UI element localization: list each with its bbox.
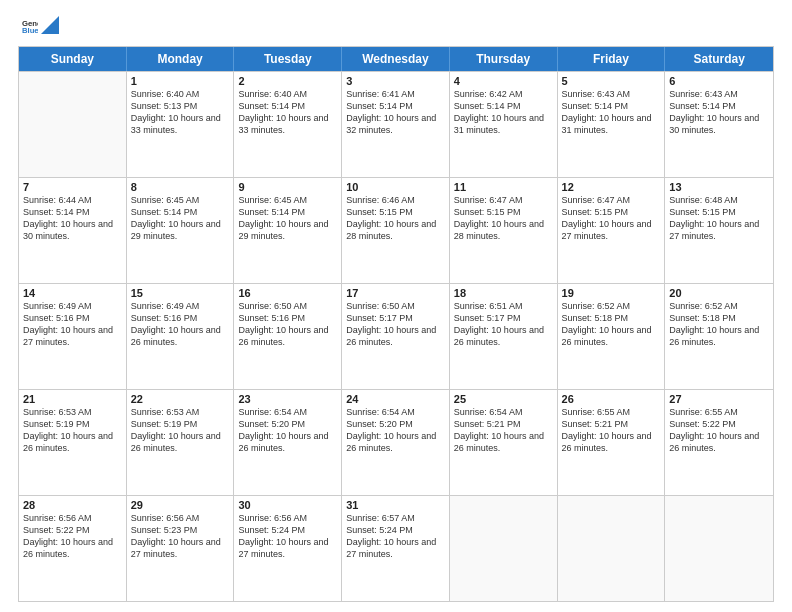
day-info: Sunrise: 6:56 AM Sunset: 5:23 PM Dayligh… xyxy=(131,512,230,561)
cal-cell-4-1: 21Sunrise: 6:53 AM Sunset: 5:19 PM Dayli… xyxy=(19,390,127,495)
day-info: Sunrise: 6:54 AM Sunset: 5:20 PM Dayligh… xyxy=(238,406,337,455)
cal-cell-2-7: 13Sunrise: 6:48 AM Sunset: 5:15 PM Dayli… xyxy=(665,178,773,283)
day-info: Sunrise: 6:52 AM Sunset: 5:18 PM Dayligh… xyxy=(669,300,769,349)
cal-cell-1-1 xyxy=(19,72,127,177)
header-day-thursday: Thursday xyxy=(450,47,558,71)
header-day-wednesday: Wednesday xyxy=(342,47,450,71)
cal-cell-5-6 xyxy=(558,496,666,601)
day-number: 16 xyxy=(238,287,337,299)
day-number: 13 xyxy=(669,181,769,193)
cal-cell-5-7 xyxy=(665,496,773,601)
day-number: 31 xyxy=(346,499,445,511)
day-info: Sunrise: 6:50 AM Sunset: 5:17 PM Dayligh… xyxy=(346,300,445,349)
day-number: 30 xyxy=(238,499,337,511)
cal-cell-3-6: 19Sunrise: 6:52 AM Sunset: 5:18 PM Dayli… xyxy=(558,284,666,389)
cal-cell-3-7: 20Sunrise: 6:52 AM Sunset: 5:18 PM Dayli… xyxy=(665,284,773,389)
day-number: 6 xyxy=(669,75,769,87)
day-number: 20 xyxy=(669,287,769,299)
header: General Blue xyxy=(18,18,774,40)
calendar-row-1: 1Sunrise: 6:40 AM Sunset: 5:13 PM Daylig… xyxy=(19,71,773,177)
cal-cell-5-5 xyxy=(450,496,558,601)
day-info: Sunrise: 6:51 AM Sunset: 5:17 PM Dayligh… xyxy=(454,300,553,349)
header-day-saturday: Saturday xyxy=(665,47,773,71)
cal-cell-5-4: 31Sunrise: 6:57 AM Sunset: 5:24 PM Dayli… xyxy=(342,496,450,601)
calendar: SundayMondayTuesdayWednesdayThursdayFrid… xyxy=(18,46,774,602)
cal-cell-4-7: 27Sunrise: 6:55 AM Sunset: 5:22 PM Dayli… xyxy=(665,390,773,495)
day-number: 21 xyxy=(23,393,122,405)
cal-cell-5-3: 30Sunrise: 6:56 AM Sunset: 5:24 PM Dayli… xyxy=(234,496,342,601)
day-number: 14 xyxy=(23,287,122,299)
day-number: 27 xyxy=(669,393,769,405)
calendar-row-5: 28Sunrise: 6:56 AM Sunset: 5:22 PM Dayli… xyxy=(19,495,773,601)
day-info: Sunrise: 6:56 AM Sunset: 5:22 PM Dayligh… xyxy=(23,512,122,561)
day-number: 9 xyxy=(238,181,337,193)
cal-cell-1-3: 2Sunrise: 6:40 AM Sunset: 5:14 PM Daylig… xyxy=(234,72,342,177)
cal-cell-5-1: 28Sunrise: 6:56 AM Sunset: 5:22 PM Dayli… xyxy=(19,496,127,601)
day-info: Sunrise: 6:40 AM Sunset: 5:14 PM Dayligh… xyxy=(238,88,337,137)
day-info: Sunrise: 6:56 AM Sunset: 5:24 PM Dayligh… xyxy=(238,512,337,561)
cal-cell-3-2: 15Sunrise: 6:49 AM Sunset: 5:16 PM Dayli… xyxy=(127,284,235,389)
day-number: 18 xyxy=(454,287,553,299)
svg-text:Blue: Blue xyxy=(22,26,38,35)
header-day-monday: Monday xyxy=(127,47,235,71)
cal-cell-4-5: 25Sunrise: 6:54 AM Sunset: 5:21 PM Dayli… xyxy=(450,390,558,495)
day-info: Sunrise: 6:57 AM Sunset: 5:24 PM Dayligh… xyxy=(346,512,445,561)
cal-cell-2-4: 10Sunrise: 6:46 AM Sunset: 5:15 PM Dayli… xyxy=(342,178,450,283)
day-info: Sunrise: 6:41 AM Sunset: 5:14 PM Dayligh… xyxy=(346,88,445,137)
calendar-header: SundayMondayTuesdayWednesdayThursdayFrid… xyxy=(19,47,773,71)
day-number: 26 xyxy=(562,393,661,405)
day-number: 8 xyxy=(131,181,230,193)
cal-cell-3-1: 14Sunrise: 6:49 AM Sunset: 5:16 PM Dayli… xyxy=(19,284,127,389)
day-info: Sunrise: 6:45 AM Sunset: 5:14 PM Dayligh… xyxy=(238,194,337,243)
day-number: 15 xyxy=(131,287,230,299)
day-info: Sunrise: 6:43 AM Sunset: 5:14 PM Dayligh… xyxy=(669,88,769,137)
day-info: Sunrise: 6:55 AM Sunset: 5:21 PM Dayligh… xyxy=(562,406,661,455)
cal-cell-3-3: 16Sunrise: 6:50 AM Sunset: 5:16 PM Dayli… xyxy=(234,284,342,389)
cal-cell-4-3: 23Sunrise: 6:54 AM Sunset: 5:20 PM Dayli… xyxy=(234,390,342,495)
day-info: Sunrise: 6:55 AM Sunset: 5:22 PM Dayligh… xyxy=(669,406,769,455)
day-info: Sunrise: 6:50 AM Sunset: 5:16 PM Dayligh… xyxy=(238,300,337,349)
cal-cell-1-2: 1Sunrise: 6:40 AM Sunset: 5:13 PM Daylig… xyxy=(127,72,235,177)
day-info: Sunrise: 6:49 AM Sunset: 5:16 PM Dayligh… xyxy=(131,300,230,349)
day-number: 1 xyxy=(131,75,230,87)
day-number: 28 xyxy=(23,499,122,511)
svg-marker-2 xyxy=(41,16,59,34)
cal-cell-2-6: 12Sunrise: 6:47 AM Sunset: 5:15 PM Dayli… xyxy=(558,178,666,283)
cal-cell-1-4: 3Sunrise: 6:41 AM Sunset: 5:14 PM Daylig… xyxy=(342,72,450,177)
logo-icon: General Blue xyxy=(20,18,38,36)
cal-cell-1-5: 4Sunrise: 6:42 AM Sunset: 5:14 PM Daylig… xyxy=(450,72,558,177)
day-info: Sunrise: 6:44 AM Sunset: 5:14 PM Dayligh… xyxy=(23,194,122,243)
day-number: 29 xyxy=(131,499,230,511)
day-info: Sunrise: 6:54 AM Sunset: 5:20 PM Dayligh… xyxy=(346,406,445,455)
header-day-tuesday: Tuesday xyxy=(234,47,342,71)
day-info: Sunrise: 6:54 AM Sunset: 5:21 PM Dayligh… xyxy=(454,406,553,455)
day-number: 10 xyxy=(346,181,445,193)
cal-cell-2-1: 7Sunrise: 6:44 AM Sunset: 5:14 PM Daylig… xyxy=(19,178,127,283)
day-number: 19 xyxy=(562,287,661,299)
cal-cell-1-6: 5Sunrise: 6:43 AM Sunset: 5:14 PM Daylig… xyxy=(558,72,666,177)
page: General Blue SundayMondayTuesdayWednesda… xyxy=(0,0,792,612)
day-number: 7 xyxy=(23,181,122,193)
cal-cell-4-2: 22Sunrise: 6:53 AM Sunset: 5:19 PM Dayli… xyxy=(127,390,235,495)
header-day-sunday: Sunday xyxy=(19,47,127,71)
day-number: 3 xyxy=(346,75,445,87)
day-info: Sunrise: 6:46 AM Sunset: 5:15 PM Dayligh… xyxy=(346,194,445,243)
cal-cell-1-7: 6Sunrise: 6:43 AM Sunset: 5:14 PM Daylig… xyxy=(665,72,773,177)
cal-cell-2-5: 11Sunrise: 6:47 AM Sunset: 5:15 PM Dayli… xyxy=(450,178,558,283)
cal-cell-2-2: 8Sunrise: 6:45 AM Sunset: 5:14 PM Daylig… xyxy=(127,178,235,283)
day-number: 17 xyxy=(346,287,445,299)
day-info: Sunrise: 6:43 AM Sunset: 5:14 PM Dayligh… xyxy=(562,88,661,137)
day-number: 12 xyxy=(562,181,661,193)
cal-cell-2-3: 9Sunrise: 6:45 AM Sunset: 5:14 PM Daylig… xyxy=(234,178,342,283)
cal-cell-5-2: 29Sunrise: 6:56 AM Sunset: 5:23 PM Dayli… xyxy=(127,496,235,601)
day-info: Sunrise: 6:53 AM Sunset: 5:19 PM Dayligh… xyxy=(131,406,230,455)
day-number: 25 xyxy=(454,393,553,405)
day-info: Sunrise: 6:53 AM Sunset: 5:19 PM Dayligh… xyxy=(23,406,122,455)
cal-cell-4-4: 24Sunrise: 6:54 AM Sunset: 5:20 PM Dayli… xyxy=(342,390,450,495)
day-number: 24 xyxy=(346,393,445,405)
day-number: 2 xyxy=(238,75,337,87)
day-info: Sunrise: 6:42 AM Sunset: 5:14 PM Dayligh… xyxy=(454,88,553,137)
calendar-row-4: 21Sunrise: 6:53 AM Sunset: 5:19 PM Dayli… xyxy=(19,389,773,495)
day-info: Sunrise: 6:49 AM Sunset: 5:16 PM Dayligh… xyxy=(23,300,122,349)
cal-cell-3-4: 17Sunrise: 6:50 AM Sunset: 5:17 PM Dayli… xyxy=(342,284,450,389)
